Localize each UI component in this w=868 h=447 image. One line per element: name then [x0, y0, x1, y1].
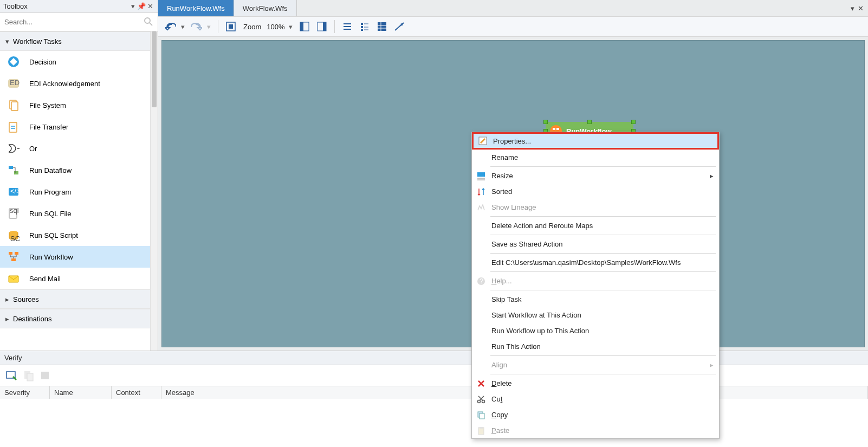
layout-split-left-button[interactable]: [297, 20, 312, 34]
menu-skip-task[interactable]: Skip Task: [472, 291, 719, 307]
menu-label: Paste: [491, 426, 509, 435]
menu-show-lineage: Show Lineage: [472, 199, 719, 215]
redo-dropdown-icon[interactable]: ▾: [207, 23, 212, 31]
group-label: Sources: [13, 295, 39, 303]
toolbox-item-run-sql-script[interactable]: SQL Run SQL Script: [0, 224, 150, 246]
delete-icon: [476, 379, 486, 388]
group-workflow-tasks[interactable]: ▾ Workflow Tasks: [0, 31, 150, 51]
group-destinations[interactable]: ▸ Destinations: [0, 309, 150, 328]
menu-save-shared[interactable]: Save as Shared Action: [472, 236, 719, 252]
col-context[interactable]: Context: [112, 386, 161, 399]
search-input[interactable]: [0, 13, 158, 31]
edi-icon: EDI: [8, 77, 20, 89]
submenu-arrow-icon: ▸: [710, 172, 714, 180]
run-sql-script-icon: SQL: [8, 229, 20, 241]
toolbox-item-run-sql-file[interactable]: sql Run SQL File: [0, 203, 150, 224]
resize-handle[interactable]: [631, 120, 636, 124]
verify-stop-icon[interactable]: [40, 371, 50, 380]
toolbox-body: ▾ Workflow Tasks Decision EDI EDI Acknow…: [0, 31, 158, 351]
menu-label: Run This Action: [491, 342, 541, 351]
menu-label: Properties...: [493, 137, 531, 145]
menu-properties[interactable]: Properties...: [472, 132, 719, 150]
verify-title: Verify: [0, 351, 868, 365]
menu-resize[interactable]: Resize ▸: [472, 168, 719, 184]
svg-rect-48: [41, 372, 49, 379]
svg-rect-30: [361, 23, 363, 25]
scrollbar-thumb[interactable]: [152, 31, 157, 107]
menu-delete[interactable]: Delete: [472, 375, 719, 391]
decision-icon: [8, 56, 20, 68]
toolbox-item-label: Run Dataflow: [29, 166, 72, 174]
menu-label: Align: [491, 361, 507, 369]
tab-workflow[interactable]: WorkFlow.Wfs: [234, 0, 297, 16]
pin-icon[interactable]: 📌: [137, 2, 146, 10]
verify-toolbar: [0, 365, 868, 386]
toolbox-item-run-program[interactable]: </> Run Program: [0, 181, 150, 203]
redo-button[interactable]: [190, 20, 204, 34]
menu-label: Show Lineage: [491, 203, 536, 211]
menu-copy[interactable]: Copy: [472, 407, 719, 423]
menu-align: Align ▸: [472, 357, 719, 373]
toolbox-header: Toolbox ▾ 📌 ✕: [0, 0, 158, 13]
toolbox-scrollbar[interactable]: [150, 31, 158, 351]
resize-handle[interactable]: [543, 120, 548, 124]
sorted-icon: [476, 187, 486, 197]
menu-label: Resize: [491, 172, 513, 180]
toolbox-item-send-mail[interactable]: Send Mail: [0, 268, 150, 289]
menu-separator: [490, 216, 716, 217]
menu-separator: [490, 374, 716, 374]
menu-separator: [490, 271, 716, 272]
undo-button[interactable]: [164, 20, 178, 34]
menu-run-this[interactable]: Run This Action: [472, 339, 719, 354]
menu-sorted[interactable]: Sorted: [472, 184, 719, 199]
toolbox-item-edi-ack[interactable]: EDI EDI Acknowledgement: [0, 73, 150, 94]
menu-label: Rename: [491, 153, 518, 161]
menu-label: Cut: [491, 395, 502, 403]
file-transfer-icon: [8, 121, 20, 133]
toolbox-item-file-system[interactable]: File System: [0, 94, 150, 116]
zoom-dropdown-icon[interactable]: ▾: [289, 23, 294, 31]
menu-run-up-to[interactable]: Run Workflow up to This Action: [472, 323, 719, 339]
tab-dropdown-icon[interactable]: ▾: [851, 4, 854, 12]
verify-copy-icon[interactable]: [23, 370, 35, 381]
menu-label: Delete: [491, 379, 512, 387]
svg-text:?: ?: [480, 277, 483, 285]
toolbox-search: [0, 13, 158, 31]
menu-rename[interactable]: Rename: [472, 150, 719, 165]
group-sources[interactable]: ▸ Sources: [0, 289, 150, 309]
copy-icon: [476, 410, 486, 420]
menu-delete-reroute[interactable]: Delete Action and Reroute Maps: [472, 218, 719, 234]
toolbox-item-or[interactable]: Or: [0, 138, 150, 159]
toolbox-item-file-transfer[interactable]: File Transfer: [0, 116, 150, 138]
menu-edit-path[interactable]: Edit C:\Users\usman.qasim\Desktop\Sample…: [472, 255, 719, 270]
close-icon[interactable]: ✕: [146, 2, 154, 10]
tab-runworkflow[interactable]: RunWorkFlow.Wfs: [158, 0, 234, 16]
layout-split-right-button[interactable]: [315, 20, 329, 34]
col-severity[interactable]: Severity: [0, 386, 50, 399]
toolbox-item-label: Or: [29, 145, 37, 153]
help-icon: ?: [476, 276, 486, 286]
zoom-value: 100%: [267, 23, 284, 31]
toolbox-item-run-dataflow[interactable]: Run Dataflow: [0, 159, 150, 181]
verify-run-icon[interactable]: [5, 370, 17, 381]
list-compact-icon[interactable]: [340, 20, 354, 34]
or-icon: [8, 142, 20, 154]
tab-close-icon[interactable]: ✕: [858, 4, 864, 12]
col-name[interactable]: Name: [50, 386, 112, 399]
grid-icon[interactable]: [375, 20, 389, 34]
toolbox-dropdown-icon[interactable]: ▾: [128, 2, 137, 10]
svg-rect-7: [9, 122, 17, 132]
resize-handle[interactable]: [587, 120, 592, 124]
toolbox-title: Toolbox: [3, 2, 128, 10]
tab-label: RunWorkFlow.Wfs: [167, 4, 225, 12]
toolbox-item-decision[interactable]: Decision: [0, 51, 150, 73]
list-detailed-icon[interactable]: [358, 20, 372, 34]
connector-icon[interactable]: [392, 20, 406, 34]
menu-start-workflow[interactable]: Start Workflow at This Action: [472, 307, 719, 323]
toolbox-item-run-workflow[interactable]: Run Workflow: [0, 246, 150, 268]
undo-dropdown-icon[interactable]: ▾: [181, 23, 186, 31]
tab-label: WorkFlow.Wfs: [243, 4, 288, 12]
fit-button[interactable]: [224, 20, 238, 34]
menu-separator: [490, 235, 716, 235]
menu-cut[interactable]: Cut: [472, 391, 719, 407]
